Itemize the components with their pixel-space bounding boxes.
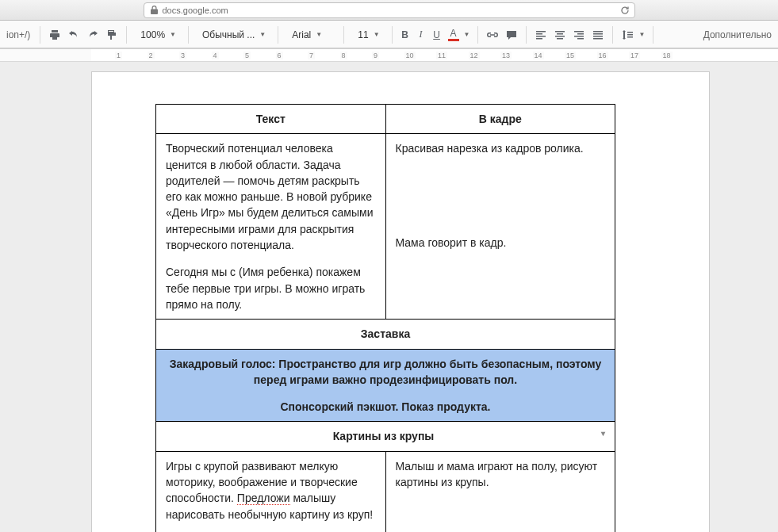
- font-family-dropdown[interactable]: Arial ▼: [283, 25, 339, 44]
- line-spacing-button[interactable]: ▼: [618, 25, 648, 44]
- ruler-tick: 12: [469, 49, 480, 61]
- ruler-tick: 14: [533, 49, 544, 61]
- align-center-button[interactable]: [550, 25, 569, 44]
- ruler-tick: 16: [597, 49, 608, 61]
- url-field[interactable]: docs.google.com: [144, 2, 635, 18]
- insert-comment-button[interactable]: [502, 25, 521, 44]
- align-left-button[interactable]: [531, 25, 550, 44]
- toolbar-left-partial: ion+/): [6, 29, 35, 40]
- caret-down-icon: ▼: [638, 31, 645, 38]
- ruler-tick: 13: [500, 49, 512, 61]
- undo-button[interactable]: [64, 25, 83, 44]
- underline-label: U: [433, 29, 440, 40]
- paragraph-style-dropdown[interactable]: Обычный ... ▼: [194, 25, 273, 44]
- bold-button[interactable]: B: [397, 25, 413, 44]
- caret-down-icon: ▼: [464, 31, 470, 38]
- italic-button[interactable]: I: [413, 25, 429, 44]
- font-color-letter: A: [450, 29, 457, 38]
- separator: [392, 26, 393, 44]
- ruler-tick: 5: [243, 49, 251, 61]
- url-text: docs.google.com: [163, 6, 228, 15]
- ruler-tick: 4: [212, 49, 219, 61]
- ruler-tick: 18: [661, 49, 673, 61]
- insert-link-button[interactable]: [483, 25, 502, 44]
- style-value: Обычный ...: [202, 29, 255, 40]
- browser-address-bar: docs.google.com: [0, 0, 778, 21]
- separator: [343, 26, 344, 44]
- font-color-button[interactable]: A ▼: [445, 25, 473, 44]
- font-size-value: 11: [358, 29, 368, 40]
- ruler-tick: 2: [148, 49, 155, 61]
- ruler-tick: 8: [340, 49, 347, 61]
- caret-down-icon: ▼: [374, 31, 380, 38]
- caret-down-icon: ▼: [259, 31, 266, 38]
- ruler-tick: 11: [436, 49, 447, 61]
- reload-icon[interactable]: [620, 6, 630, 15]
- ruler-tick: 3: [179, 49, 186, 61]
- horizontal-ruler[interactable]: 123456789101112131415161718: [0, 49, 778, 62]
- docs-toolbar: ion+/) 100% ▼ Обычный ... ▼ Arial ▼ 11 ▼…: [0, 21, 778, 49]
- ruler-tick: 1: [115, 49, 122, 61]
- font-value: Arial: [292, 29, 311, 40]
- print-button[interactable]: [45, 25, 64, 44]
- caret-down-icon: ▼: [170, 31, 176, 38]
- zoom-value: 100%: [140, 29, 165, 40]
- align-right-button[interactable]: [569, 25, 588, 44]
- separator: [612, 26, 613, 44]
- caret-down-icon: ▼: [316, 31, 322, 38]
- separator: [188, 26, 189, 44]
- separator: [526, 26, 527, 44]
- separator: [653, 26, 653, 44]
- ruler-tick: 10: [404, 49, 416, 61]
- bold-label: B: [401, 29, 408, 40]
- separator: [40, 26, 40, 44]
- align-justify-button[interactable]: [588, 25, 607, 44]
- ruler-tick: 9: [372, 49, 379, 61]
- font-size-dropdown[interactable]: 11 ▼: [349, 25, 386, 44]
- ruler-tick: 6: [276, 49, 283, 61]
- paint-format-button[interactable]: [102, 25, 121, 44]
- zoom-dropdown[interactable]: 100% ▼: [132, 25, 183, 44]
- ruler-tick: 15: [565, 49, 576, 61]
- redo-button[interactable]: [83, 25, 102, 44]
- separator: [278, 26, 278, 44]
- separator: [477, 26, 478, 44]
- italic-label: I: [420, 29, 423, 40]
- underline-button[interactable]: U: [429, 25, 445, 44]
- ruler-tick: 17: [629, 49, 640, 61]
- more-button[interactable]: Дополнительно: [699, 29, 772, 40]
- separator: [126, 26, 127, 44]
- ruler-tick: 7: [308, 49, 315, 61]
- font-color-swatch: [448, 39, 459, 41]
- lock-icon: [151, 6, 158, 14]
